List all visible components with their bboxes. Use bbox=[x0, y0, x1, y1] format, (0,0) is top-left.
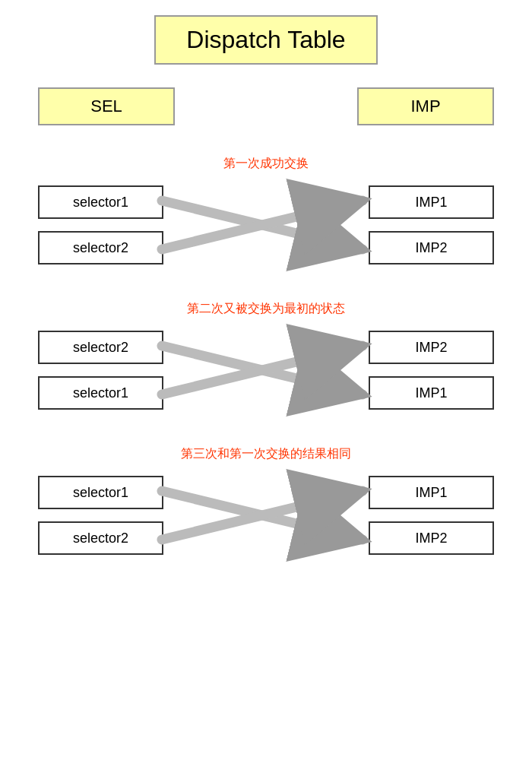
crossing-arrows-svg bbox=[156, 325, 376, 416]
right-top-box: IMP2 bbox=[369, 331, 494, 364]
right-bottom-box: IMP2 bbox=[369, 231, 494, 264]
left-bottom-box: selector1 bbox=[38, 376, 163, 410]
right-top-box: IMP1 bbox=[369, 476, 494, 509]
right-top-box: IMP1 bbox=[369, 185, 494, 219]
left-top-box: selector1 bbox=[38, 476, 163, 509]
right-bottom-box: IMP1 bbox=[369, 376, 494, 410]
diagram-3: selector1selector2IMP1IMP2 bbox=[38, 470, 494, 561]
left-bottom-box: selector2 bbox=[38, 231, 163, 264]
page-title: Dispatch Table bbox=[154, 15, 377, 65]
crossing-arrows-svg bbox=[156, 470, 376, 561]
left-top-box: selector1 bbox=[38, 185, 163, 219]
section-label-3: 第三次和第一次交换的结果相同 bbox=[38, 446, 494, 462]
crossing-arrows-svg bbox=[156, 179, 376, 271]
section-3: 第三次和第一次交换的结果相同selector1selector2IMP1IMP2 bbox=[38, 446, 494, 561]
left-bottom-box: selector2 bbox=[38, 521, 163, 555]
header-row: SEL IMP bbox=[38, 87, 494, 125]
right-bottom-box: IMP2 bbox=[369, 521, 494, 555]
section-label-1: 第一次成功交换 bbox=[38, 156, 494, 172]
left-top-box: selector2 bbox=[38, 331, 163, 364]
diagram-2: selector2selector1IMP2IMP1 bbox=[38, 325, 494, 416]
header-sel: SEL bbox=[38, 87, 175, 125]
section-label-2: 第二次又被交换为最初的状态 bbox=[38, 301, 494, 317]
header-imp: IMP bbox=[357, 87, 494, 125]
section-2: 第二次又被交换为最初的状态selector2selector1IMP2IMP1 bbox=[38, 301, 494, 416]
diagram-1: selector1selector2IMP1IMP2 bbox=[38, 179, 494, 271]
section-1: 第一次成功交换selector1selector2IMP1IMP2 bbox=[38, 156, 494, 271]
